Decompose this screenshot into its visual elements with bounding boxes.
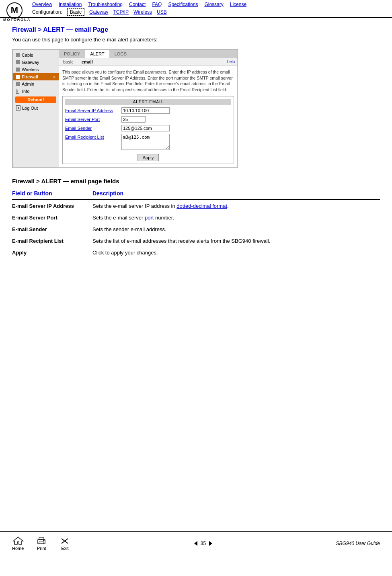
top-nav-row1: Overview Installation Troubleshooting Co… (32, 2, 392, 7)
table-row: Apply Click to apply your changes. (12, 246, 380, 258)
panel-description: This page allows you to configure the Em… (62, 69, 234, 93)
svg-marker-2 (13, 537, 23, 544)
nav-overview[interactable]: Overview (32, 2, 52, 7)
intro-text: You can use this page to configure the e… (12, 37, 380, 43)
ui-screenshot: Cable Gateway Wireless Firewall » Admin (12, 49, 238, 168)
field-desc-port: Sets the e-mail server port number. (92, 211, 380, 223)
print-icon (36, 536, 47, 545)
form-row-sender: Email Sender (65, 125, 231, 131)
bottom-nav: Home Print (12, 536, 70, 551)
nav-contact[interactable]: Contact (129, 2, 146, 7)
form-row-port: Email Server Port (65, 116, 231, 123)
bottom-bar: Home Print (0, 531, 392, 555)
label-email-sender[interactable]: Email Sender (65, 125, 121, 131)
label-email-server-ip[interactable]: Email Server IP Address (65, 107, 121, 113)
subtab-basic[interactable]: basic (59, 58, 78, 66)
sidebar-item-wireless[interactable]: Wireless (13, 66, 59, 73)
sidebar-item-admin[interactable]: Admin (13, 80, 59, 88)
tab-policy[interactable]: POLICY (59, 50, 85, 58)
field-name-sender: E-mail Sender (12, 223, 92, 235)
col-header-desc: Description (92, 190, 380, 199)
field-name-recipient: E-mail Recipient List (12, 235, 92, 246)
home-label: Home (12, 546, 24, 551)
nav-specifications[interactable]: Specifications (168, 2, 198, 7)
motorola-logo: M MOTOROLA (3, 2, 31, 22)
svg-point-6 (43, 540, 45, 541)
top-nav-row2: Configuration: Basic Gateway TCP/IP Wire… (32, 8, 392, 16)
nav-gateway[interactable]: Gateway (89, 9, 108, 15)
col-header-field: Field or Button (12, 190, 92, 199)
subtab-email[interactable]: email (78, 58, 97, 66)
prev-page-arrow[interactable] (194, 541, 197, 546)
sidebar-item-gateway[interactable]: Gateway (13, 59, 59, 66)
form-row-recipient: Email Recipient List m3@125.com (65, 134, 231, 151)
sidebar-reboot-button[interactable]: Reboot! (15, 96, 56, 103)
textarea-wrap: m3@125.com (121, 134, 170, 151)
field-desc-sender: Sets the sender e-mail address. (92, 223, 380, 235)
sidebar-item-firewall[interactable]: Firewall » (13, 73, 59, 80)
nav-faq[interactable]: FAQ (152, 2, 162, 7)
sidebar-item-info[interactable]: i Info (13, 88, 59, 95)
field-desc-apply: Click to apply your changes. (92, 246, 380, 258)
input-email-recipient[interactable]: m3@125.com (121, 134, 170, 150)
label-email-server-port[interactable]: Email Server Port (65, 116, 121, 122)
field-name-apply: Apply (12, 246, 92, 258)
help-link[interactable]: help (225, 58, 237, 66)
nav-wireless[interactable]: Wireless (133, 9, 152, 15)
bottom-exit[interactable]: Exit (59, 536, 70, 551)
sub-tabs: basic email help (59, 58, 237, 66)
link-dotted-decimal[interactable]: dotted-decimal format (177, 203, 227, 209)
input-email-sender[interactable] (121, 125, 170, 131)
input-email-server-port[interactable] (121, 116, 146, 123)
field-desc-recipient: Sets the list of e-mail addresses that r… (92, 235, 380, 246)
nav-license[interactable]: License (230, 2, 246, 7)
nav-tcpip[interactable]: TCP/IP (113, 9, 129, 15)
fields-table: Field or Button Description E-mail Serve… (12, 190, 380, 258)
exit-label: Exit (61, 546, 68, 551)
table-row: E-mail Recipient List Sets the list of e… (12, 235, 380, 246)
sidebar-logout-button[interactable]: x Log Out (13, 105, 59, 111)
nav-usb[interactable]: USB (157, 9, 167, 15)
main-tabs: POLICY ALERT LOGS (59, 50, 237, 58)
ui-content-panel: POLICY ALERT LOGS basic email help T (59, 50, 237, 167)
apply-button[interactable]: Apply (138, 154, 159, 161)
home-icon (12, 536, 24, 545)
config-basic-active[interactable]: Basic (67, 8, 84, 16)
print-label: Print (37, 546, 46, 551)
field-desc-ip: Sets the e-mail server IP address in dot… (92, 199, 380, 211)
panel-body: This page allows you to configure the Em… (59, 66, 237, 167)
input-email-server-ip[interactable] (121, 107, 170, 114)
field-name-port: E-mail Server Port (12, 211, 92, 223)
config-label: Configuration: (32, 9, 62, 15)
tab-alert[interactable]: ALERT (85, 50, 109, 58)
nav-troubleshooting[interactable]: Troubleshooting (88, 2, 123, 7)
field-name-ip: E-mail Server IP Address (12, 199, 92, 211)
product-name: SBG940 User Guide (336, 541, 380, 546)
bottom-home[interactable]: Home (12, 536, 24, 551)
bottom-print[interactable]: Print (36, 536, 47, 551)
sidebar-item-cable[interactable]: Cable (13, 51, 59, 59)
apply-row: Apply (65, 154, 231, 161)
table-row: E-mail Sender Sets the sender e-mail add… (12, 223, 380, 235)
link-port[interactable]: port (145, 215, 154, 221)
tab-logs[interactable]: LOGS (110, 50, 132, 58)
next-page-arrow[interactable] (209, 541, 212, 546)
form-row-ip: Email Server IP Address (65, 107, 231, 114)
ui-sidebar: Cable Gateway Wireless Firewall » Admin (13, 50, 59, 167)
exit-icon (59, 536, 70, 545)
table-row: E-mail Server Port Sets the e-mail serve… (12, 211, 380, 223)
nav-installation[interactable]: Installation (59, 2, 82, 7)
label-email-recipient[interactable]: Email Recipient List (65, 134, 121, 139)
alert-email-box: ALERT EMAIL Email Server IP Address Emai… (62, 96, 234, 164)
alert-email-title: ALERT EMAIL (65, 99, 231, 105)
fields-section-title: Firewall > ALERT — email page fields (12, 178, 380, 184)
page-info: 35 (194, 541, 212, 546)
svg-text:M: M (11, 5, 18, 15)
nav-glossary[interactable]: Glossary (204, 2, 223, 7)
page-number: 35 (201, 541, 206, 546)
table-row: E-mail Server IP Address Sets the e-mail… (12, 199, 380, 211)
page-title: Firewall > ALERT — email Page (12, 26, 380, 33)
